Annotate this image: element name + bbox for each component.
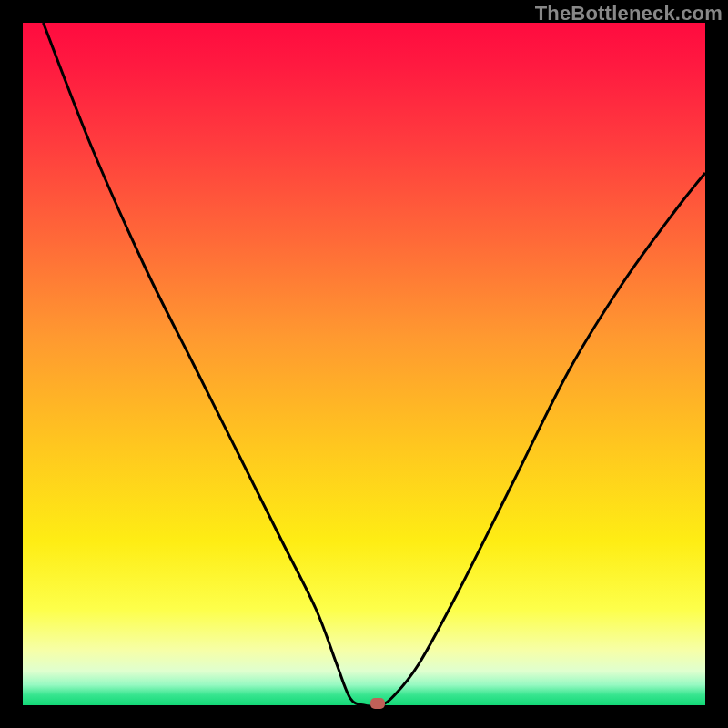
curve-svg — [23, 23, 705, 705]
chart-frame: TheBottleneck.com — [0, 0, 728, 728]
bottleneck-curve-path — [44, 23, 706, 705]
optimum-marker — [370, 698, 385, 709]
plot-area — [23, 23, 705, 705]
